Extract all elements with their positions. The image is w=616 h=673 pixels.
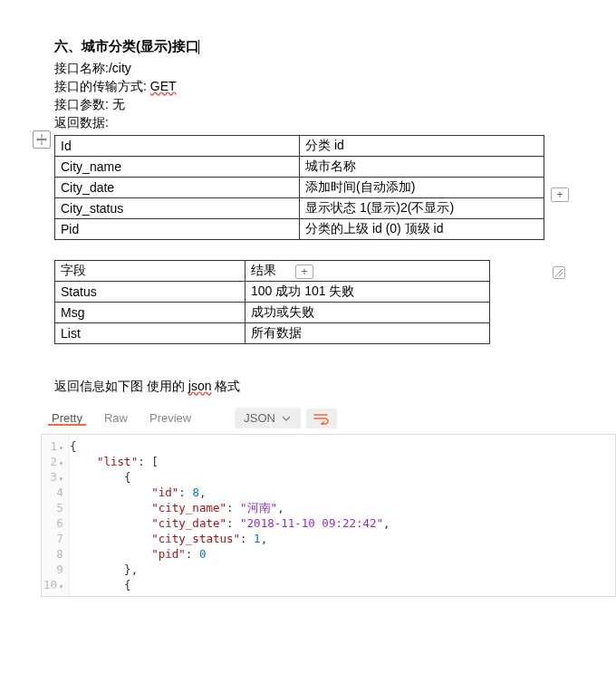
line-gutter: 1 2 3 4 5 6 7 8 9 10 (42, 435, 70, 596)
response-tabs: Pretty Raw Preview JSON (41, 402, 616, 435)
table-row: 字段结果 (55, 261, 490, 282)
chevron-down-icon (281, 413, 292, 424)
table-row: Msg成功或失败 (55, 303, 490, 323)
format-dropdown[interactable]: JSON (235, 408, 301, 428)
section-heading: 六、城市分类(显示)接口 (54, 38, 616, 55)
json-code-box: 1 2 3 4 5 6 7 8 9 10 { "list": [ { "id":… (41, 435, 616, 597)
tab-preview[interactable]: Preview (139, 411, 202, 425)
wrap-icon (313, 412, 330, 425)
response-viewer: Pretty Raw Preview JSON 1 2 3 4 5 6 (41, 402, 616, 597)
wrap-lines-button[interactable] (306, 409, 337, 428)
tab-pretty[interactable]: Pretty (41, 411, 93, 425)
table-row: Status100 成功 101 失败 (55, 282, 490, 303)
api-method-line: 接口的传输方式: GET (54, 79, 616, 95)
table-row: Id分类 id (55, 136, 544, 157)
result-table: 字段结果 Status100 成功 101 失败 Msg成功或失败 List所有… (54, 260, 490, 344)
move-handle-icon[interactable] (33, 130, 51, 149)
resize-handle-icon[interactable] (553, 266, 565, 279)
json-note: 返回信息如下图 使用的 json 格式 (54, 379, 616, 395)
api-name-line: 接口名称:/city (54, 61, 616, 77)
add-column-button[interactable]: + (551, 187, 569, 202)
add-row-button[interactable]: + (295, 264, 313, 279)
code-lines[interactable]: { "list": [ { "id": 8, "city_name": "河南"… (70, 435, 615, 596)
tab-raw[interactable]: Raw (93, 411, 139, 425)
api-params-line: 接口参数: 无 (54, 97, 616, 113)
fields-table: Id分类 id City_name城市名称 City_date添加时间(自动添加… (54, 135, 544, 240)
table-row: City_status显示状态 1(显示)2(不显示) (55, 198, 544, 219)
table-row: City_date添加时间(自动添加) (55, 178, 544, 198)
text-cursor (198, 40, 199, 54)
table-row: City_name城市名称 (55, 157, 544, 178)
table-row: List所有数据 (55, 323, 490, 344)
return-data-label: 返回数据: (54, 115, 616, 131)
table-row: Pid分类的上级 id (0) 顶级 id (55, 219, 544, 240)
